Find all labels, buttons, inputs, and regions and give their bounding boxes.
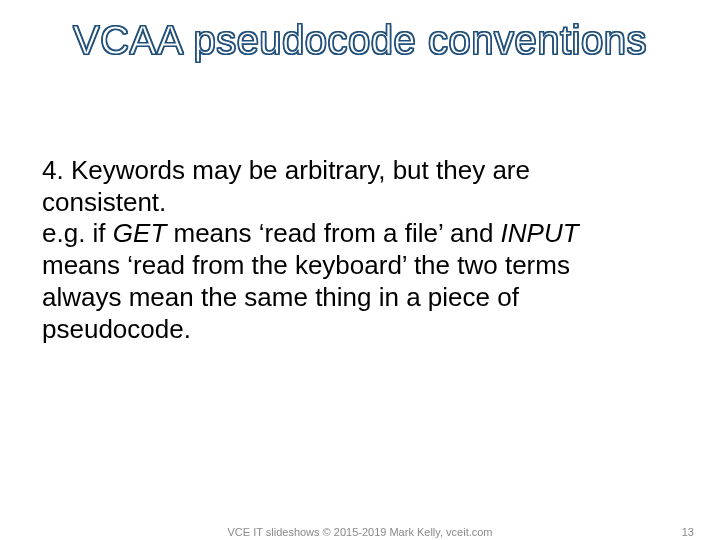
- body-paragraph-2: e.g. if GET means ‘read from a file’ and…: [42, 218, 652, 345]
- text-fragment: means ‘read from a file’ and: [166, 218, 500, 248]
- slide-body: 4. Keywords may be arbitrary, but they a…: [42, 155, 652, 345]
- body-paragraph-1: 4. Keywords may be arbitrary, but they a…: [42, 155, 652, 218]
- footer-copyright: VCE IT slideshows © 2015-2019 Mark Kelly…: [227, 526, 492, 538]
- text-fragment: e.g. if: [42, 218, 113, 248]
- keyword-get: GET: [113, 218, 166, 248]
- slide-title: VCAA pseudocode conventions: [0, 18, 720, 63]
- keyword-input: INPUT: [501, 218, 579, 248]
- footer-page-number: 13: [682, 526, 694, 538]
- slide: VCAA pseudocode conventions 4. Keywords …: [0, 0, 720, 540]
- text-fragment: means ‘read from the keyboard’ the two t…: [42, 250, 570, 343]
